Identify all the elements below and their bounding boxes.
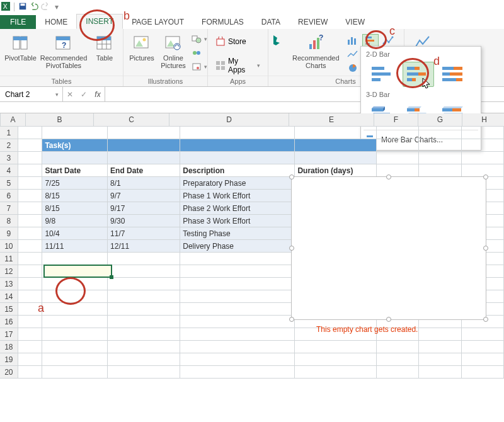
customize-qat-dropdown[interactable]: ▾ bbox=[52, 3, 61, 11]
column-header-A[interactable]: A bbox=[1, 113, 26, 126]
name-box-dropdown-icon[interactable]: ▾ bbox=[55, 91, 59, 98]
tab-page-layout[interactable]: PAGE LAYOUT bbox=[123, 15, 193, 29]
cell[interactable]: End Date bbox=[108, 164, 180, 177]
cell[interactable] bbox=[42, 303, 108, 316]
cell[interactable] bbox=[419, 341, 461, 353]
cell[interactable] bbox=[462, 152, 504, 164]
cell[interactable]: 10/4 bbox=[42, 227, 108, 240]
row-header[interactable]: 10 bbox=[0, 240, 18, 253]
cell[interactable] bbox=[18, 290, 43, 303]
cell[interactable] bbox=[180, 303, 295, 316]
column-chart-button[interactable] bbox=[345, 34, 361, 47]
cancel-formula-button[interactable]: ✕ bbox=[63, 87, 77, 101]
cell[interactable]: 9/8 bbox=[42, 215, 108, 227]
line-chart-button[interactable] bbox=[345, 48, 361, 60]
row-header[interactable]: 3 bbox=[0, 152, 18, 164]
cell[interactable] bbox=[419, 139, 461, 152]
empty-chart-object[interactable] bbox=[291, 176, 486, 320]
cell[interactable] bbox=[377, 139, 419, 152]
cell[interactable] bbox=[180, 152, 295, 164]
worksheet[interactable]: ABCDEFGH 12Task(s)34Start DateEnd DateDe… bbox=[0, 113, 504, 379]
cell[interactable] bbox=[108, 139, 180, 152]
cell[interactable]: 11/11 bbox=[42, 240, 108, 253]
stacked-bar-option[interactable] bbox=[403, 62, 434, 87]
cell[interactable]: 7/25 bbox=[42, 177, 108, 190]
cell[interactable] bbox=[180, 316, 295, 328]
cell[interactable] bbox=[108, 341, 180, 353]
cell[interactable]: 8/15 bbox=[42, 202, 108, 215]
shapes-button[interactable]: ▾ bbox=[189, 33, 210, 45]
cell[interactable] bbox=[18, 328, 43, 341]
cell[interactable] bbox=[462, 341, 504, 353]
cell[interactable] bbox=[42, 316, 108, 328]
cell[interactable] bbox=[18, 366, 43, 379]
cell[interactable] bbox=[419, 164, 461, 177]
cell[interactable] bbox=[180, 328, 295, 341]
row-header[interactable]: 11 bbox=[0, 253, 18, 265]
row-header[interactable]: 5 bbox=[0, 177, 18, 190]
cell[interactable] bbox=[108, 127, 180, 139]
name-box-input[interactable] bbox=[4, 89, 42, 100]
recommended-charts-button[interactable]: ? Recommended Charts bbox=[290, 31, 342, 71]
row-header[interactable]: 1 bbox=[0, 127, 18, 139]
online-pictures-button[interactable]: Online Pictures bbox=[158, 31, 189, 71]
cell[interactable] bbox=[18, 253, 43, 265]
row-header[interactable]: 19 bbox=[0, 353, 18, 366]
cell[interactable] bbox=[18, 127, 43, 139]
cell[interactable] bbox=[180, 341, 295, 353]
row-header[interactable]: 16 bbox=[0, 316, 18, 328]
pivottable-button[interactable]: PivotTable bbox=[3, 31, 38, 63]
cell[interactable] bbox=[42, 290, 108, 303]
cell[interactable] bbox=[108, 316, 180, 328]
cell[interactable] bbox=[42, 366, 108, 379]
row-header[interactable]: 12 bbox=[0, 265, 18, 278]
cell[interactable] bbox=[42, 328, 108, 341]
undo-icon[interactable] bbox=[30, 2, 38, 13]
cell[interactable] bbox=[18, 341, 43, 353]
cell[interactable] bbox=[377, 127, 419, 139]
row-header[interactable]: 13 bbox=[0, 278, 18, 290]
tab-data[interactable]: DATA bbox=[253, 15, 289, 29]
cell[interactable] bbox=[108, 303, 180, 316]
tab-review[interactable]: REVIEW bbox=[289, 15, 336, 29]
cell[interactable] bbox=[462, 353, 504, 366]
redo-icon[interactable] bbox=[41, 2, 50, 13]
cell[interactable] bbox=[18, 177, 43, 190]
cell[interactable] bbox=[419, 353, 461, 366]
cell[interactable]: Testing Phase bbox=[180, 227, 295, 240]
cell[interactable] bbox=[42, 265, 108, 278]
cell[interactable]: 9/30 bbox=[108, 215, 180, 227]
column-header-D[interactable]: D bbox=[169, 113, 289, 126]
screenshot-button[interactable]: ▾ bbox=[189, 60, 210, 73]
row-header[interactable]: 18 bbox=[0, 341, 18, 353]
cell[interactable]: Delivery Phase bbox=[180, 240, 295, 253]
cell[interactable]: Task(s) bbox=[42, 139, 108, 152]
row-header[interactable]: 8 bbox=[0, 215, 18, 227]
row-header[interactable]: 15 bbox=[0, 303, 18, 316]
row-header[interactable]: 2 bbox=[0, 139, 18, 152]
cell[interactable] bbox=[108, 290, 180, 303]
cell[interactable]: Duration (days) bbox=[295, 164, 377, 177]
column-header-E[interactable]: E bbox=[289, 113, 374, 126]
cell[interactable] bbox=[42, 278, 108, 290]
name-box[interactable]: ▾ bbox=[0, 87, 63, 101]
smartart-button[interactable] bbox=[189, 47, 210, 59]
cell[interactable] bbox=[18, 139, 43, 152]
row-header[interactable]: 7 bbox=[0, 202, 18, 215]
cell[interactable] bbox=[108, 353, 180, 366]
row-header[interactable]: 14 bbox=[0, 290, 18, 303]
cell[interactable] bbox=[462, 139, 504, 152]
stacked-bar-100-option[interactable] bbox=[438, 62, 469, 87]
bar-chart-button[interactable] bbox=[362, 34, 379, 47]
cell[interactable] bbox=[295, 139, 377, 152]
tab-file[interactable]: FILE bbox=[0, 15, 36, 29]
cell[interactable] bbox=[108, 366, 180, 379]
cell[interactable] bbox=[18, 164, 43, 177]
pictures-button[interactable]: Pictures bbox=[126, 31, 158, 63]
tab-insert[interactable]: INSERT bbox=[76, 14, 123, 29]
cell[interactable] bbox=[377, 366, 419, 379]
cell[interactable] bbox=[42, 127, 108, 139]
cell[interactable]: Phase 1 Work Effort bbox=[180, 190, 295, 202]
cell[interactable] bbox=[180, 265, 295, 278]
column-header-F[interactable]: F bbox=[374, 113, 418, 126]
